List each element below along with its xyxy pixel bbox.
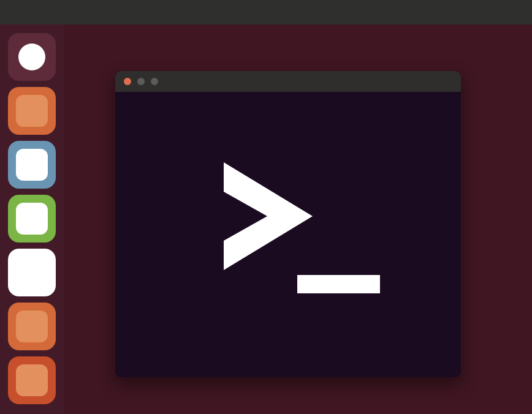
app-tile-icon — [16, 203, 48, 235]
close-icon[interactable] — [124, 78, 131, 85]
launcher-item-app-1[interactable] — [8, 87, 56, 135]
terminal-titlebar[interactable] — [115, 71, 461, 92]
svg-marker-0 — [224, 162, 313, 270]
launcher-item-app-4[interactable] — [8, 249, 56, 296]
launcher-item-app-5[interactable] — [8, 303, 56, 350]
svg-rect-1 — [297, 275, 380, 293]
app-tile-icon — [16, 364, 48, 396]
app-tile-icon — [16, 257, 48, 288]
top-panel — [0, 0, 532, 24]
launcher-item-app-2[interactable] — [8, 141, 56, 189]
terminal-body[interactable] — [115, 92, 461, 377]
app-tile-icon — [16, 310, 48, 342]
launcher-item-dash[interactable] — [8, 33, 56, 81]
app-tile-icon — [16, 95, 48, 127]
search-icon — [18, 43, 45, 70]
minimize-icon[interactable] — [137, 78, 145, 85]
launcher-item-app-6[interactable] — [8, 356, 56, 404]
app-tile-icon — [16, 149, 48, 181]
terminal-prompt-icon — [190, 155, 386, 314]
launcher — [0, 24, 64, 414]
maximize-icon[interactable] — [151, 78, 158, 85]
terminal-window[interactable] — [115, 71, 461, 377]
launcher-item-app-3[interactable] — [8, 195, 56, 243]
